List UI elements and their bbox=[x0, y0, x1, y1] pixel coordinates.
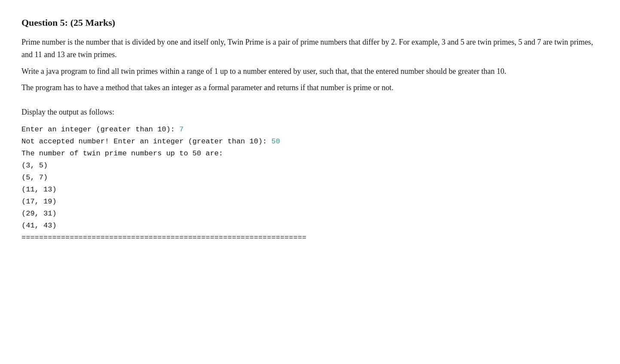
paragraph-1: Prime number is the number that is divid… bbox=[21, 36, 599, 61]
code-line-1-value: 7 bbox=[179, 125, 183, 133]
code-pair-5: (41, 43) bbox=[21, 221, 57, 230]
code-pair-1: (5, 7) bbox=[21, 173, 48, 182]
code-block: Enter an integer (greater than 10): 7 No… bbox=[21, 124, 599, 232]
separator-line: ========================================… bbox=[21, 234, 599, 242]
paragraph-3: The program has to have a method that ta… bbox=[21, 82, 599, 94]
code-pair-2: (11, 13) bbox=[21, 185, 57, 194]
display-label: Display the output as follows: bbox=[21, 106, 599, 118]
code-pair-4: (29, 31) bbox=[21, 209, 57, 218]
code-pair-3: (17, 19) bbox=[21, 197, 57, 206]
code-pair-0: (3, 5) bbox=[21, 161, 48, 170]
code-line-3: The number of twin prime numbers up to 5… bbox=[21, 149, 223, 158]
code-line-2-value: 50 bbox=[272, 137, 280, 146]
page-content: Question 5: (25 Marks) Prime number is t… bbox=[21, 17, 599, 242]
paragraph-2: Write a java program to find all twin pr… bbox=[21, 65, 599, 78]
code-line-1-prefix: Enter an integer (greater than 10): bbox=[21, 125, 179, 133]
code-line-2-prefix: Not accepted number! Enter an integer (g… bbox=[21, 137, 272, 146]
question-title: Question 5: (25 Marks) bbox=[21, 17, 599, 28]
